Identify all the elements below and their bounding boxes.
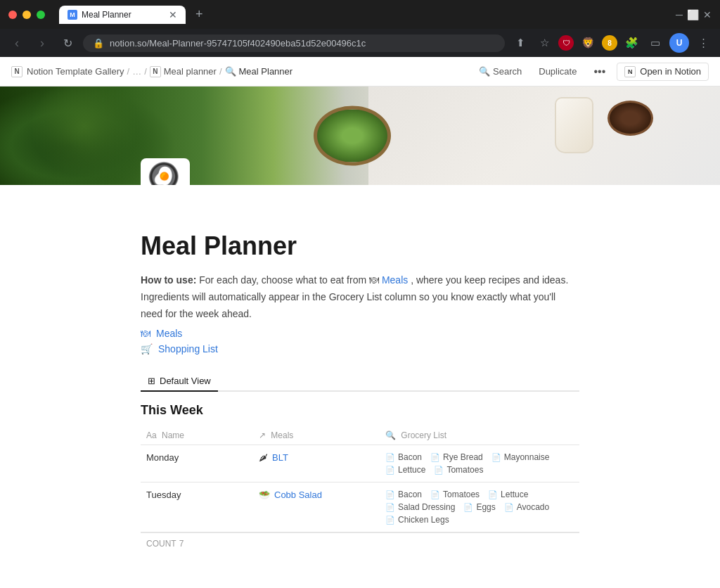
col-meals-header: ↗ Meals [253,426,380,445]
table-icon: ⊞ [148,376,155,386]
grocery-item[interactable]: 📄Eggs [463,502,495,512]
grocery-item-label: Bacon [398,452,422,462]
sidebar-toggle-icon[interactable]: ▭ [645,33,665,53]
table-row: Monday🌶BLT📄Bacon📄Rye Bread📄Mayonnaise📄Le… [141,445,579,482]
breadcrumb-notion-icon: N [11,66,22,77]
grocery-item-icon: 📄 [491,453,501,462]
meals-inline-link[interactable]: Meals [382,274,408,286]
grocery-item-label: Lettuce [398,465,425,475]
forward-button[interactable]: › [32,33,52,53]
nav-actions: 🔍 Search Duplicate ••• N Open in Notion [473,63,709,81]
breadcrumb: N Notion Template Gallery / … / N Meal p… [11,66,473,77]
day-cell: Tuesday [141,482,253,532]
meal-cell[interactable]: 🌶BLT [253,445,380,482]
minimize-button[interactable] [22,11,31,19]
grocery-item-icon: 📄 [488,490,498,499]
refresh-button[interactable]: ↻ [58,33,77,53]
grocery-item-icon: 📄 [385,516,395,525]
grocery-item-icon: 📄 [385,453,395,462]
grocery-item[interactable]: 📄Avocado [504,502,549,512]
grocery-item-label: Chicken Legs [398,515,449,525]
grocery-item[interactable]: 📄Bacon [385,490,422,499]
ext-badge[interactable]: 8 [602,35,617,51]
grocery-item-label: Tomatoes [443,490,480,499]
grocery-item[interactable]: 📄Tomatoes [434,465,483,475]
grocery-item-icon: 📄 [385,490,395,499]
window-controls[interactable] [8,11,45,19]
resize-browser-icon[interactable]: ⬜ [687,9,699,20]
meal-icon: 🥗 [259,490,270,500]
share-icon[interactable]: ⬆ [510,33,530,53]
minimize-browser-icon[interactable]: ─ [676,9,683,20]
grocery-item-label: Rye Bread [443,452,483,462]
address-field[interactable]: 🔒 notion.so/Meal-Planner-95747105f402490… [83,34,505,52]
grocery-item[interactable]: 📄Lettuce [385,465,425,475]
profile-avatar[interactable]: U [669,33,689,53]
search-icon: 🔍 [479,66,490,77]
table-row: Tuesday🥗Cobb Salad📄Bacon📄Tomatoes📄Lettuc… [141,482,579,532]
brave-icon[interactable]: 🦁 [578,33,598,53]
meal-cell[interactable]: 🥗Cobb Salad [253,482,380,532]
grocery-item-icon: 📄 [504,503,514,512]
grocery-item-label: Bacon [398,490,422,499]
day-cell: Monday [141,445,253,482]
browser-menu-icon[interactable]: ⋮ [693,33,713,53]
search-button[interactable]: 🔍 Search [473,63,527,79]
close-tab-icon[interactable]: ✕ [169,9,177,20]
extensions-icon[interactable]: 🧩 [622,33,641,53]
breadcrumb-search-icon: 🔍 [225,66,236,77]
address-text: notion.so/Meal-Planner-95747105f402490eb… [110,38,495,49]
shopping-list-link[interactable]: 🛒 Shopping List [141,343,579,354]
breadcrumb-current[interactable]: Meal Planner [239,66,293,77]
grocery-item[interactable]: 📄Rye Bread [430,452,483,462]
bookmark-icon[interactable]: ☆ [534,33,554,53]
grocery-col-icon: 🔍 [385,430,396,440]
default-view-tab[interactable]: ⊞ Default View [141,371,218,392]
duplicate-button[interactable]: Duplicate [533,63,582,79]
grocery-item-icon: 📄 [430,490,440,499]
breadcrumb-gallery[interactable]: Notion Template Gallery [27,66,124,77]
hero-image: 🍳 [0,87,720,185]
page-icon: 🍳 [141,158,190,185]
how-to-use-label: How to use: [141,274,196,286]
meals-col-icon: ↗ [259,430,266,440]
grocery-item-label: Mayonnaise [504,452,550,462]
grocery-cell: 📄Bacon📄Tomatoes📄Lettuce📄Salad Dressing📄E… [380,482,579,532]
back-button[interactable]: ‹ [7,33,27,53]
grocery-item[interactable]: 📄Salad Dressing [385,502,455,512]
db-tabs: ⊞ Default View [141,371,579,392]
grocery-item[interactable]: 📄Tomatoes [430,490,480,499]
breadcrumb-sep-1: / [127,66,130,77]
grocery-item[interactable]: 📄Lettuce [488,490,528,499]
grocery-item[interactable]: 📄Bacon [385,452,422,462]
grocery-item-label: Eggs [476,502,495,512]
maximize-button[interactable] [37,11,45,19]
breadcrumb-sep-2: / [144,66,147,77]
shopping-list-icon: 🛒 [141,343,153,354]
meals-link[interactable]: 🍽 Meals [141,328,579,339]
close-browser-icon[interactable]: ✕ [703,9,712,20]
browser-top-bar: M Meal Planner ✕ + ─ ⬜ ✕ [0,0,720,29]
breadcrumb-sep-3: / [219,66,222,77]
grocery-item[interactable]: 📄Mayonnaise [491,452,550,462]
grocery-item-label: Tomatoes [446,465,483,475]
grocery-item[interactable]: 📄Chicken Legs [385,515,449,525]
grocery-item-icon: 📄 [385,466,395,475]
breadcrumb-dots: … [132,66,141,77]
meal-icon: 🌶 [259,452,268,463]
browser-tab[interactable]: M Meal Planner ✕ [59,6,186,24]
count-value: 7 [179,539,184,549]
shopping-list-label: Shopping List [158,343,218,354]
meals-link-label: Meals [156,328,182,339]
shield-icon[interactable]: 🛡 [558,35,574,51]
grocery-item-icon: 📄 [385,503,395,512]
close-button[interactable] [8,11,17,19]
breadcrumb-meal-planner[interactable]: Meal planner [164,66,217,77]
grocery-item-label: Avocado [517,502,549,512]
more-options-button[interactable]: ••• [588,63,611,81]
default-view-label: Default View [160,376,211,386]
col-name-header: Aa Name [141,426,253,445]
new-tab-button[interactable]: + [190,4,209,25]
meal-name: BLT [272,452,288,463]
open-notion-button[interactable]: N Open in Notion [617,63,709,81]
